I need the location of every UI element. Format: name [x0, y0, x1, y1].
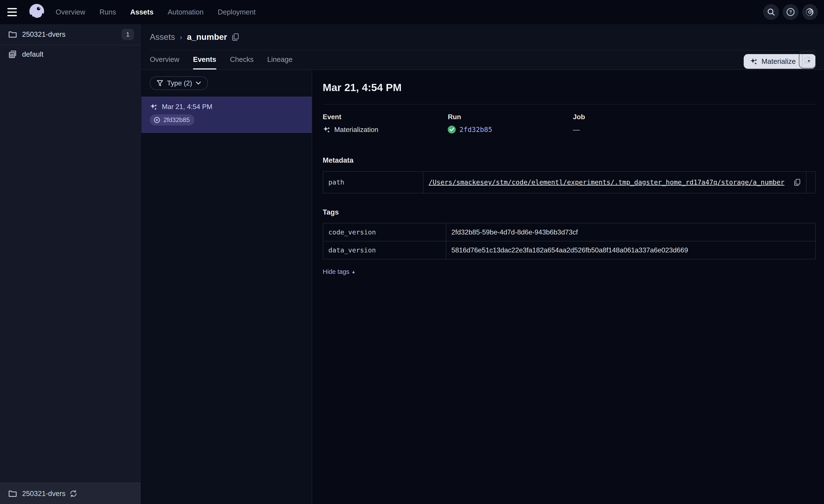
- search-button[interactable]: [763, 4, 779, 20]
- run-success-icon: [448, 126, 455, 133]
- tag-key: code_version: [323, 223, 446, 241]
- detail-divider: [323, 104, 816, 105]
- top-nav: Overview Runs Assets Automation Deployme…: [0, 0, 824, 24]
- table-row: data_version 5816d76e51c13dac22e3fa182a6…: [323, 241, 816, 259]
- nav-automation[interactable]: Automation: [168, 8, 204, 16]
- primary-nav: Overview Runs Assets Automation Deployme…: [56, 8, 255, 16]
- breadcrumb-assets-link[interactable]: Assets: [150, 32, 175, 42]
- tags-section: Tags code_version 2fd32b85-59be-4d7d-8d6…: [323, 208, 816, 276]
- sidebar-footer[interactable]: 250321-dvers: [0, 483, 140, 504]
- event-item-run-pill[interactable]: 2fd32b85: [150, 114, 194, 125]
- footer-location-label: 250321-dvers: [22, 490, 66, 498]
- tab-bar: Overview Events Checks Lineage: [141, 50, 824, 70]
- tags-heading: Tags: [323, 208, 816, 216]
- run-id-link[interactable]: 2fd32b85: [459, 126, 492, 133]
- event-type-value: Materialization: [334, 126, 378, 134]
- tab-events[interactable]: Events: [193, 55, 216, 70]
- copy-icon: [232, 33, 239, 41]
- hamburger-menu-icon[interactable]: [7, 4, 23, 20]
- metadata-table: path /Users/smackesey/stm/code/elementl/…: [323, 171, 816, 194]
- refresh-icon: [803, 56, 811, 64]
- folder-icon: [8, 31, 17, 38]
- run-column-header: Run: [448, 113, 573, 121]
- type-filter-label: Type (2): [167, 79, 192, 87]
- materialization-sparkle-icon: [150, 103, 158, 111]
- filter-funnel-icon: [157, 80, 164, 87]
- left-sidebar: 250321-dvers 1 default 250321-dvers: [0, 24, 141, 504]
- tab-overview[interactable]: Overview: [150, 55, 180, 70]
- asset-group-icon: [8, 50, 17, 58]
- table-row: code_version 2fd32b85-59be-4d7d-8d6e-943…: [323, 223, 816, 241]
- group-label: default: [22, 50, 43, 58]
- hide-tags-label: Hide tags: [323, 268, 349, 275]
- event-column-header: Event: [323, 113, 448, 121]
- sidebar-group-default[interactable]: default: [0, 45, 140, 64]
- nav-assets[interactable]: Assets: [130, 8, 153, 16]
- app-window: Overview Runs Assets Automation Deployme…: [0, 0, 824, 504]
- asset-count-badge: 1: [121, 29, 134, 40]
- metadata-path-link[interactable]: /Users/smackesey/stm/code/elementl/exper…: [429, 178, 785, 186]
- events-list-panel: Type (2) Mar 21, 4:54 PM: [141, 70, 312, 504]
- copy-path-button[interactable]: [794, 179, 801, 186]
- gear-icon: [805, 8, 814, 16]
- code-location-label: 250321-dvers: [22, 30, 66, 38]
- nav-overview[interactable]: Overview: [56, 8, 85, 16]
- tab-checks[interactable]: Checks: [230, 55, 253, 70]
- folder-icon: [8, 490, 17, 497]
- metadata-key: path: [323, 171, 423, 193]
- metadata-section: Metadata path /Users/smackesey/stm/code/…: [323, 156, 816, 194]
- sidebar-code-location[interactable]: 250321-dvers 1: [0, 24, 140, 45]
- chevron-down-icon: [196, 81, 201, 85]
- event-detail-panel: Mar 21, 4:54 PM Event Materialization: [312, 70, 824, 504]
- event-run-job-summary: Event Materialization Run: [323, 113, 816, 134]
- job-value: —: [573, 126, 580, 134]
- svg-text:?: ?: [789, 9, 792, 15]
- type-filter-button[interactable]: Type (2): [150, 76, 208, 90]
- breadcrumb: Assets › a_number: [141, 24, 824, 50]
- tag-key: data_version: [323, 241, 446, 259]
- job-column-header: Job: [573, 113, 585, 121]
- hide-tags-link[interactable]: Hide tags ▲: [323, 268, 356, 275]
- metadata-actions-cell: [806, 171, 816, 193]
- metadata-heading: Metadata: [323, 156, 816, 164]
- chevron-up-icon: ▲: [351, 269, 355, 274]
- settings-button[interactable]: [802, 4, 818, 20]
- help-button[interactable]: ?: [783, 4, 799, 20]
- run-target-icon: [153, 117, 161, 124]
- refresh-button[interactable]: [799, 51, 816, 69]
- materialization-sparkle-icon: [323, 126, 331, 133]
- event-item-run-id: 2fd32b85: [164, 116, 190, 124]
- page-title: a_number: [187, 32, 227, 42]
- nav-runs[interactable]: Runs: [99, 8, 116, 16]
- tab-lineage[interactable]: Lineage: [267, 55, 293, 70]
- dagster-logo[interactable]: [27, 3, 46, 21]
- event-list-item[interactable]: Mar 21, 4:54 PM 2fd32b85: [141, 97, 312, 133]
- tags-table: code_version 2fd32b85-59be-4d7d-8d6e-943…: [323, 223, 816, 259]
- help-icon: ?: [786, 8, 795, 16]
- table-row: path /Users/smackesey/stm/code/elementl/…: [323, 171, 816, 193]
- search-icon: [767, 8, 775, 16]
- tag-value: 5816d76e51c13dac22e3fa182a654aa2d526fb50…: [446, 241, 816, 259]
- main-panel: Assets › a_number Materialize ▼: [141, 24, 824, 504]
- breadcrumb-separator-icon: ›: [180, 33, 182, 41]
- tag-value: 2fd32b85-59be-4d7d-8d6e-943b6b3d73cf: [446, 223, 816, 241]
- event-item-timestamp: Mar 21, 4:54 PM: [162, 103, 212, 111]
- copy-icon: [794, 179, 801, 186]
- event-detail-title: Mar 21, 4:54 PM: [323, 81, 816, 94]
- reload-location-icon[interactable]: [70, 490, 77, 497]
- copy-asset-name-button[interactable]: [232, 33, 239, 41]
- nav-deployment[interactable]: Deployment: [218, 8, 256, 16]
